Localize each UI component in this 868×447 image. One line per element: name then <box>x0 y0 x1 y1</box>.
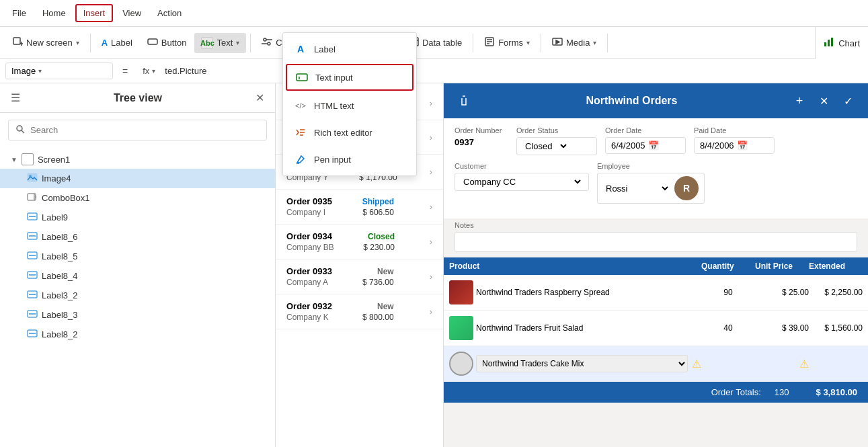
notes-label: Notes <box>455 221 857 229</box>
order-0935-left: Order 0935 Company I <box>286 196 332 217</box>
paid-date-value: 8/4/2006 <box>700 140 734 151</box>
fields-row-1: Order Number 0937 Order Status Closed Op… <box>455 126 857 155</box>
tree-item-label8-4[interactable]: Label8_4 <box>0 266 275 286</box>
button-button[interactable]: Button <box>141 32 194 53</box>
label8-4-label: Label8_4 <box>42 271 78 281</box>
tree-item-image4[interactable]: Image4 <box>0 169 275 188</box>
label3-2-icon <box>27 289 38 302</box>
tree-item-combobox1[interactable]: ComboBox1 <box>0 188 275 208</box>
tree-item-label8-6[interactable]: Label8_6 <box>0 227 275 247</box>
order-date-calendar-icon[interactable]: 📅 <box>648 140 659 151</box>
dropdown-html-text-item[interactable]: </> HTML text <box>283 92 416 119</box>
screen1-icon <box>22 153 34 165</box>
product-thumb-2 <box>449 316 473 340</box>
paid-date-calendar-icon[interactable]: 📅 <box>737 140 748 151</box>
order-date-input[interactable]: 6/4/2005 📅 <box>605 137 686 154</box>
menu-view[interactable]: View <box>116 5 148 21</box>
tree-item-label9[interactable]: Label9 <box>0 208 275 227</box>
order-0933-item[interactable]: Order 0933 Company A New $ 736.00 › <box>276 259 443 294</box>
order-0934-name: Order 0934 <box>286 231 334 241</box>
order-0934-chevron-icon: › <box>430 237 432 247</box>
svg-rect-3 <box>148 39 157 44</box>
tree-item-label3-2[interactable]: Label3_2 <box>0 286 275 305</box>
order-second-chevron-icon: › <box>430 132 432 143</box>
delete-button[interactable] <box>455 91 473 110</box>
customer-select[interactable]: Company CC <box>461 176 583 188</box>
menu-home[interactable]: Home <box>36 5 73 21</box>
order-date-value: 6/4/2005 <box>611 140 645 151</box>
search-input[interactable] <box>30 125 260 135</box>
product-name-3-input[interactable]: Northwind Traders Cake Mix ⚠ <box>476 355 701 372</box>
dropdown-pen-input-item[interactable]: Pen input <box>283 146 416 173</box>
employee-label: Employee <box>597 162 705 170</box>
sidebar-hamburger-icon[interactable]: ☰ <box>11 91 20 104</box>
employee-input[interactable]: Rossi R <box>597 173 705 204</box>
order-0933-amount: $ 736.00 <box>362 278 394 287</box>
controls-icon <box>262 36 272 49</box>
formula-dropdown[interactable]: Image ▾ <box>5 63 113 79</box>
order-status-input[interactable]: Closed Open Invoiced <box>516 137 597 155</box>
main-content: ☰ Tree view ✕ ▼ Screen1 Image4 <box>0 83 868 447</box>
combobox1-label: ComboBox1 <box>42 193 90 203</box>
check-button[interactable]: ✓ <box>838 91 857 110</box>
formula-fx-button[interactable]: fx ▾ <box>137 63 161 79</box>
separator-7 <box>607 34 608 52</box>
text-chevron: ▾ <box>236 39 239 46</box>
order-0932-item[interactable]: Order 0932 Company K New $ 800.00 › <box>276 294 443 329</box>
order-0932-status: New <box>362 302 394 311</box>
detail-title: Northwind Orders <box>473 95 790 107</box>
forms-button[interactable]: Forms ▾ <box>477 32 537 53</box>
dropdown-rich-text-item[interactable]: Rich text editor <box>283 119 416 146</box>
paid-date-input[interactable]: 8/4/2006 📅 <box>694 137 775 154</box>
text-button[interactable]: Abc Text ▾ <box>194 33 246 53</box>
add-button[interactable]: + <box>790 91 809 110</box>
notes-input[interactable] <box>455 232 857 252</box>
order-status-select[interactable]: Closed Open Invoiced <box>522 140 569 152</box>
order-0935-chevron-icon: › <box>430 202 432 212</box>
employee-select[interactable]: Rossi <box>603 183 670 194</box>
order-0933-left: Order 0933 Company A <box>286 266 332 287</box>
detail-fields: Order Number 0937 Order Status Closed Op… <box>444 118 868 218</box>
product-row-1: Northwind Traders Raspberry Spread 90 $ … <box>444 275 868 311</box>
dropdown-label-item[interactable]: A Label <box>283 36 416 63</box>
media-button[interactable]: Media ▾ <box>545 32 603 53</box>
order-0934-status: Closed <box>363 232 395 241</box>
label9-icon <box>27 211 38 224</box>
product-thumb-3 <box>449 352 473 376</box>
new-screen-button[interactable]: New screen ▾ <box>5 32 86 53</box>
menu-bar: File Home Insert View Action <box>0 0 868 27</box>
label8-6-label: Label8_6 <box>42 232 78 242</box>
order-0935-name: Order 0935 <box>286 196 332 206</box>
order-0936-chevron-icon: › <box>430 167 432 177</box>
close-button[interactable]: ✕ <box>814 91 833 110</box>
detail-notes: Notes <box>444 218 868 257</box>
dropdown-text-input-item[interactable]: Text input <box>286 64 413 91</box>
tree-item-label8-2[interactable]: Label8_2 <box>0 325 275 344</box>
customer-input[interactable]: Company CC <box>455 173 589 191</box>
svg-point-4 <box>264 38 266 41</box>
order-0935-item[interactable]: Order 0935 Company I Shipped $ 606.50 › <box>276 190 443 225</box>
tree-item-label8-5[interactable]: Label8_5 <box>0 247 275 266</box>
detail-actions-left <box>455 91 473 110</box>
label-button[interactable]: A Label <box>95 34 139 52</box>
tree-item-label8-3[interactable]: Label8_3 <box>0 305 275 325</box>
order-0934-company: Company BB <box>286 243 334 252</box>
svg-rect-23 <box>831 38 833 46</box>
product-row-2: Northwind Traders Fruit Salad 40 $ 39.00… <box>444 311 868 346</box>
footer-total: $ 3,810.00 <box>816 387 857 397</box>
product-name-3-select[interactable]: Northwind Traders Cake Mix <box>476 355 688 372</box>
search-box <box>8 120 267 140</box>
menu-action[interactable]: Action <box>151 5 188 21</box>
menu-file[interactable]: File <box>5 5 33 21</box>
order-0934-amount: $ 230.00 <box>363 243 395 252</box>
media-chevron: ▾ <box>593 39 596 46</box>
svg-rect-24 <box>297 74 307 81</box>
sidebar-close-button[interactable]: ✕ <box>255 91 264 104</box>
label8-2-label: Label8_2 <box>42 329 78 339</box>
tree-item-screen1[interactable]: ▼ Screen1 <box>0 150 275 169</box>
label9-label: Label9 <box>42 212 68 222</box>
order-top-chevron-icon: › <box>430 98 432 108</box>
order-0934-item[interactable]: Order 0934 Company BB Closed $ 230.00 › <box>276 225 443 259</box>
menu-insert[interactable]: Insert <box>75 4 114 22</box>
separator-1 <box>90 34 91 52</box>
